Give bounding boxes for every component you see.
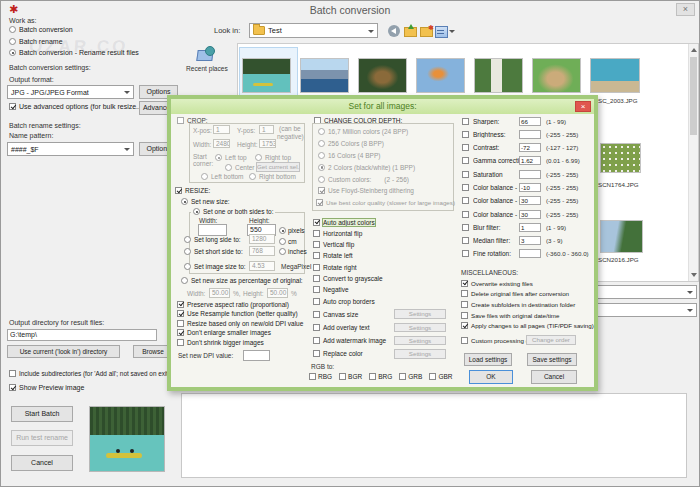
checkbox-icon[interactable]	[461, 312, 468, 319]
transform-checkbox[interactable]: Auto adjust colors	[313, 218, 383, 226]
transform-checkbox[interactable]: Rotate right	[313, 263, 383, 271]
adjustment-field[interactable]	[519, 249, 541, 258]
checkbox-icon[interactable]	[313, 298, 320, 305]
checkbox-icon[interactable]	[9, 384, 16, 391]
use-current-directory-button[interactable]: Use current ('look in') directory	[7, 345, 120, 358]
radio-icon[interactable]	[184, 263, 191, 270]
work-as-radio-option[interactable]: Batch rename	[9, 37, 139, 46]
checkbox-icon[interactable]	[313, 219, 320, 226]
misc-checkbox[interactable]: Overwrite existing files	[461, 279, 594, 287]
recent-places-icon[interactable]	[195, 46, 215, 62]
checkbox-icon[interactable]	[313, 311, 320, 318]
resize-option-checkbox[interactable]: Don't enlarge smaller images	[177, 329, 303, 337]
thumbnail-mountain-forest[interactable]	[600, 220, 643, 253]
checkbox-icon[interactable]	[461, 290, 468, 297]
checkbox-icon[interactable]	[177, 117, 184, 124]
rgb-checkbox[interactable]: RBG	[309, 372, 332, 380]
adjustment-field[interactable]: 1	[519, 223, 541, 232]
dpi-field[interactable]	[243, 350, 270, 361]
checkbox-icon[interactable]	[461, 322, 468, 329]
thumbnail-lake-shore[interactable]	[590, 58, 640, 93]
checkbox-icon[interactable]	[462, 184, 469, 191]
transform-checkbox[interactable]: Negative	[313, 286, 383, 294]
output-format-combo[interactable]: JPG - JPG/JPEG Format	[7, 85, 134, 99]
set-short-side-radio[interactable]: Set short side to:	[184, 248, 243, 255]
file-list-scrollbar[interactable]	[688, 44, 698, 281]
work-as-radio-option[interactable]: Batch conversion - Rename result files	[9, 48, 139, 57]
misc-checkbox[interactable]: Create subfolders in destination folder	[461, 300, 594, 308]
resize-width-field[interactable]	[198, 224, 227, 236]
checkbox-icon[interactable]	[462, 157, 469, 164]
radio-icon[interactable]	[184, 236, 191, 243]
checkbox-icon[interactable]	[461, 337, 468, 344]
checkbox-icon[interactable]	[177, 301, 184, 308]
checkbox-icon[interactable]	[462, 197, 469, 204]
rgb-checkbox[interactable]: BRG	[369, 372, 392, 380]
start-batch-button[interactable]: Start Batch	[11, 406, 73, 422]
thumbnail-canoe[interactable]	[242, 58, 291, 93]
new-folder-icon[interactable]: ✱	[420, 27, 433, 37]
adjustment-field[interactable]: 30	[519, 196, 541, 205]
checkbox-icon[interactable]	[313, 350, 320, 357]
checkbox-icon[interactable]	[313, 337, 320, 344]
include-subdirectories-checkbox[interactable]: Include subdirectories (for 'Add all'; n…	[9, 370, 170, 377]
misc-checkbox[interactable]: Delete original files after conversion	[461, 290, 594, 298]
transform-checkbox[interactable]: Convert to grayscale	[313, 274, 383, 282]
checkbox-icon[interactable]	[175, 187, 182, 194]
set-new-size-radio[interactable]: Set new size:	[181, 198, 230, 205]
use-advanced-checkbox[interactable]: Use advanced options (for bulk resize...…	[9, 103, 144, 110]
dialog-cancel-button[interactable]: Cancel	[531, 370, 577, 384]
transform-checkbox[interactable]: Rotate left	[313, 252, 383, 260]
radio-icon[interactable]	[181, 198, 188, 205]
chevron-down-icon[interactable]	[124, 91, 130, 94]
checkbox-icon[interactable]	[313, 252, 320, 259]
file-name[interactable]: SC_2003.JPG	[598, 97, 638, 104]
transform-checkbox[interactable]: Horizontal flip	[313, 229, 383, 237]
checkbox-icon[interactable]	[313, 324, 320, 331]
checkbox-icon[interactable]	[177, 339, 184, 346]
chevron-down-icon[interactable]	[368, 30, 374, 33]
percentage-radio[interactable]: Set new size as percentage of original:	[179, 277, 305, 284]
thumbnail-dog[interactable]	[532, 58, 581, 93]
thumbnail-skydiver[interactable]	[416, 58, 465, 93]
chevron-down-icon[interactable]	[449, 30, 455, 33]
checkbox-icon[interactable]	[461, 280, 468, 287]
adjustment-field[interactable]: -10	[519, 183, 541, 192]
resize-option-checkbox[interactable]: Preserve aspect ratio (proportional)	[177, 300, 303, 308]
back-icon[interactable]	[388, 25, 400, 37]
checkbox-icon[interactable]	[313, 275, 320, 282]
unit-radio-option[interactable]: cm	[279, 238, 307, 245]
checkbox-icon[interactable]	[462, 118, 469, 125]
checkbox-icon[interactable]	[9, 103, 16, 110]
views-menu-icon[interactable]	[435, 26, 448, 38]
chevron-down-icon[interactable]	[687, 309, 693, 312]
show-preview-checkbox[interactable]: Show Preview image	[9, 384, 84, 391]
checkbox-icon[interactable]	[461, 301, 468, 308]
adjustment-field[interactable]: 1.62	[519, 156, 541, 165]
thumbnail-waterfall[interactable]	[474, 58, 523, 93]
radio-icon[interactable]	[279, 227, 286, 234]
checkbox-icon[interactable]	[313, 286, 320, 293]
resize-option-checkbox[interactable]: Don't shrink bigger images	[177, 338, 303, 346]
thumbnail-moose[interactable]	[358, 58, 407, 93]
chevron-down-icon[interactable]	[687, 291, 693, 294]
dialog-close-button[interactable]: ×	[575, 101, 591, 112]
adjustment-field[interactable]	[519, 170, 541, 179]
checkbox-icon[interactable]	[313, 264, 320, 271]
name-pattern-combo[interactable]: ####_$F	[7, 142, 134, 156]
radio-icon[interactable]	[184, 248, 191, 255]
checkbox-icon[interactable]	[462, 250, 469, 257]
set-image-size-radio[interactable]: Set image size to:	[184, 263, 246, 270]
work-as-radio-option[interactable]: Batch conversion	[9, 25, 139, 34]
thumbnail-mountain-lake[interactable]	[300, 58, 349, 93]
checkbox-icon[interactable]	[462, 224, 469, 231]
save-settings-button[interactable]: Save settings	[527, 353, 577, 366]
set-long-side-radio[interactable]: Set long side to:	[184, 236, 241, 243]
one-or-both-radio[interactable]: Set one or both sides to:	[191, 208, 275, 215]
radio-icon[interactable]	[9, 49, 16, 56]
cancel-batch-button[interactable]: Cancel	[11, 455, 73, 471]
checkbox-icon[interactable]	[313, 241, 320, 248]
checkbox-icon[interactable]	[177, 329, 184, 336]
transform-checkbox[interactable]: Vertical flip	[313, 241, 383, 249]
look-in-combo[interactable]: Test	[249, 23, 378, 38]
